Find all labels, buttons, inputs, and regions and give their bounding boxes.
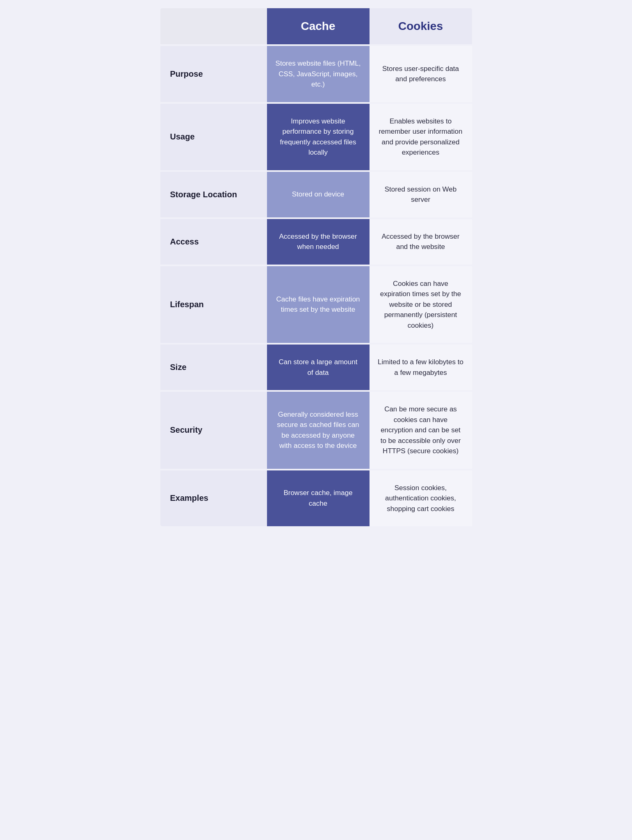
cache-cell: Improves website performance by storing … — [267, 104, 370, 170]
table-row: SizeCan store a large amount of dataLimi… — [160, 343, 472, 390]
row-label: Size — [160, 345, 267, 390]
table-row: LifespanCache files have expiration time… — [160, 265, 472, 343]
row-label: Examples — [160, 470, 267, 527]
cache-cell: Accessed by the browser when needed — [267, 219, 370, 265]
cookies-header: Cookies — [370, 8, 472, 44]
row-label: Usage — [160, 104, 267, 170]
table-row: PurposeStores website files (HTML, CSS, … — [160, 44, 472, 102]
cache-cell: Stored on device — [267, 172, 370, 217]
cache-cell: Can store a large amount of data — [267, 345, 370, 390]
table-header: Cache Cookies — [160, 8, 472, 44]
cookies-cell: Cookies can have expiration times set by… — [370, 266, 472, 343]
header-empty-cell — [160, 8, 267, 44]
cookies-cell: Session cookies, authentication cookies,… — [370, 470, 472, 527]
cookies-cell: Enables websites to remember user inform… — [370, 104, 472, 170]
table-row: ExamplesBrowser cache, image cacheSessio… — [160, 469, 472, 527]
cookies-cell: Stored session on Web server — [370, 172, 472, 217]
table-row: UsageImproves website performance by sto… — [160, 102, 472, 170]
cache-cell: Cache files have expiration times set by… — [267, 266, 370, 343]
cache-title: Cache — [301, 20, 335, 32]
table-row: AccessAccessed by the browser when neede… — [160, 217, 472, 265]
cache-cell: Browser cache, image cache — [267, 470, 370, 527]
cookies-cell: Can be more secure as cookies can have e… — [370, 392, 472, 469]
cookies-cell: Accessed by the browser and the website — [370, 219, 472, 265]
cache-header: Cache — [267, 8, 370, 44]
row-label: Lifespan — [160, 266, 267, 343]
table-body: PurposeStores website files (HTML, CSS, … — [160, 44, 472, 526]
table-row: SecurityGenerally considered less secure… — [160, 390, 472, 469]
cookies-cell: Stores user-specific data and preference… — [370, 46, 472, 102]
row-label: Storage Location — [160, 172, 267, 217]
cookies-cell: Limited to a few kilobytes to a few mega… — [370, 345, 472, 390]
table-row: Storage LocationStored on deviceStored s… — [160, 170, 472, 217]
cache-cell: Generally considered less secure as cach… — [267, 392, 370, 469]
cookies-title: Cookies — [398, 20, 443, 32]
comparison-table: Cache Cookies PurposeStores website file… — [160, 8, 472, 526]
cache-cell: Stores website files (HTML, CSS, JavaScr… — [267, 46, 370, 102]
row-label: Access — [160, 219, 267, 265]
row-label: Purpose — [160, 46, 267, 102]
row-label: Security — [160, 392, 267, 469]
